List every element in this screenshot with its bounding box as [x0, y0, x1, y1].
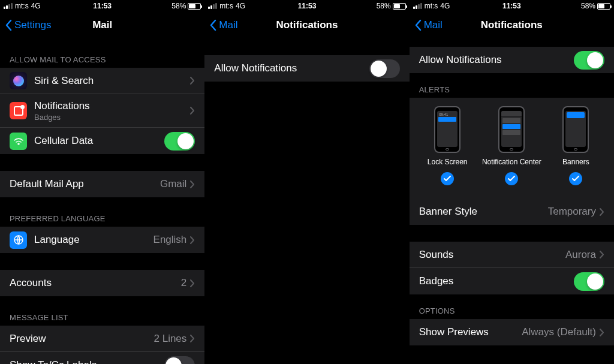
- row-allow-notifications[interactable]: Allow Notifications: [410, 47, 614, 73]
- signal-icon: [208, 3, 217, 9]
- chevron-right-icon: [190, 77, 195, 85]
- page-title: Notifications: [481, 19, 543, 31]
- check-icon: [441, 172, 454, 185]
- row-siri[interactable]: Siri & Search: [0, 68, 204, 94]
- status-time: 11:53: [502, 2, 521, 10]
- toggle-allow[interactable]: [369, 59, 400, 78]
- alert-label: Lock Screen: [428, 158, 468, 166]
- alerts-block: 09:41 Lock Screen Notification Center Ba…: [410, 98, 614, 198]
- row-allow-notifications[interactable]: Allow Notifications: [204, 55, 409, 82]
- battery-icon: [393, 3, 406, 10]
- section-header: ALERTS: [410, 82, 614, 98]
- row-label: Sounds: [419, 249, 565, 261]
- battery-icon: [188, 3, 201, 10]
- chevron-right-icon: [600, 251, 604, 258]
- row-label: Allow Notifications: [214, 62, 369, 74]
- alert-banners[interactable]: Banners: [546, 106, 606, 185]
- toggle-tocc[interactable]: [164, 356, 195, 365]
- chevron-left-icon: [209, 19, 216, 31]
- back-button[interactable]: Mail: [414, 19, 443, 31]
- row-notifications[interactable]: NotificationsBadges: [0, 94, 204, 128]
- chevron-right-icon: [190, 335, 195, 342]
- status-time: 11:53: [93, 2, 112, 10]
- screen-notifications-on: mt:s4G 11:53 58% Mail Notifications Allo…: [410, 0, 614, 364]
- signal-icon: [4, 3, 13, 9]
- screen-mail-settings: mt:s4G 11:53 58% Settings Mail ALLOW MAI…: [0, 0, 204, 364]
- section-header: ALLOW MAIL TO ACCESS: [0, 52, 204, 68]
- chevron-right-icon: [190, 107, 195, 115]
- nav-bar: Mail Notifications: [204, 12, 409, 38]
- row-label: Preview: [10, 333, 154, 345]
- section-header: MESSAGE LIST: [0, 309, 204, 326]
- cellular-icon: [10, 133, 27, 150]
- globe-icon: [10, 231, 27, 249]
- toggle-allow[interactable]: [574, 51, 604, 70]
- row-badges[interactable]: Badges: [410, 268, 614, 294]
- row-label: Cellular Data: [34, 135, 164, 147]
- siri-icon: [10, 72, 27, 89]
- row-show-previews[interactable]: Show Previews Always (Default): [410, 319, 614, 345]
- section-header: OPTIONS: [410, 303, 614, 319]
- alert-label: Notification Center: [482, 158, 541, 166]
- chevron-right-icon: [600, 208, 604, 216]
- row-accounts[interactable]: Accounts 2: [0, 270, 204, 296]
- row-label: Badges: [419, 275, 574, 287]
- row-value: English: [154, 234, 187, 246]
- alert-lock-screen[interactable]: 09:41 Lock Screen: [417, 106, 477, 185]
- alert-notification-center[interactable]: Notification Center: [481, 106, 541, 185]
- lock-screen-icon: 09:41: [434, 106, 460, 153]
- status-bar: mt:s4G 11:53 58%: [410, 0, 614, 12]
- status-bar: mt:s4G 11:53 58%: [0, 0, 204, 12]
- check-icon: [505, 172, 518, 185]
- nav-bar: Mail Notifications: [410, 12, 614, 38]
- row-value: Temporary: [548, 206, 596, 218]
- row-sounds[interactable]: Sounds Aurora: [410, 242, 614, 268]
- row-label: Siri & Search: [34, 75, 190, 87]
- nav-bar: Settings Mail: [0, 12, 204, 38]
- row-label: Default Mail App: [10, 178, 160, 190]
- banners-icon: [562, 106, 589, 153]
- row-label: Accounts: [10, 277, 181, 289]
- back-button[interactable]: Mail: [209, 19, 237, 31]
- chevron-left-icon: [414, 19, 422, 31]
- toggle-badges[interactable]: [574, 272, 604, 291]
- status-time: 11:53: [298, 2, 317, 10]
- battery-icon: [597, 3, 610, 10]
- signal-icon: [413, 3, 422, 9]
- row-value: 2 Lines: [154, 333, 187, 345]
- toggle-cellular[interactable]: [164, 132, 195, 151]
- page-title: Mail: [92, 19, 112, 31]
- notification-center-icon: [498, 106, 525, 153]
- row-default-mail[interactable]: Default Mail App Gmail: [0, 171, 204, 197]
- row-preview[interactable]: Preview 2 Lines: [0, 326, 204, 352]
- page-title: Notifications: [276, 19, 338, 31]
- back-button[interactable]: Settings: [5, 19, 51, 31]
- chevron-right-icon: [190, 279, 195, 287]
- row-language[interactable]: Language English: [0, 227, 204, 253]
- chevron-right-icon: [600, 329, 604, 336]
- section-header: PREFERRED LANGUAGE: [0, 210, 204, 227]
- notifications-icon: [10, 102, 27, 119]
- row-label: Banner Style: [419, 206, 548, 218]
- row-value: Aurora: [565, 249, 596, 261]
- row-cellular[interactable]: Cellular Data: [0, 128, 204, 154]
- row-tocc[interactable]: Show To/Cc Labels: [0, 352, 204, 364]
- row-banner-style[interactable]: Banner Style Temporary: [410, 198, 614, 225]
- row-label: Language: [34, 234, 154, 246]
- row-label: Allow Notifications: [419, 54, 574, 66]
- row-value: Always (Default): [522, 326, 596, 338]
- row-label: Show Previews: [419, 326, 522, 338]
- row-label: NotificationsBadges: [34, 100, 190, 122]
- row-value: Gmail: [160, 178, 186, 190]
- check-icon: [569, 172, 582, 185]
- chevron-left-icon: [5, 19, 12, 31]
- alert-label: Banners: [562, 158, 589, 166]
- chevron-right-icon: [190, 236, 195, 244]
- status-bar: mt:s4G 11:53 58%: [204, 0, 409, 12]
- chevron-right-icon: [190, 181, 195, 188]
- row-label: Show To/Cc Labels: [10, 359, 164, 364]
- row-value: 2: [181, 277, 186, 289]
- screen-notifications-off: mt:s4G 11:53 58% Mail Notifications Allo…: [204, 0, 409, 364]
